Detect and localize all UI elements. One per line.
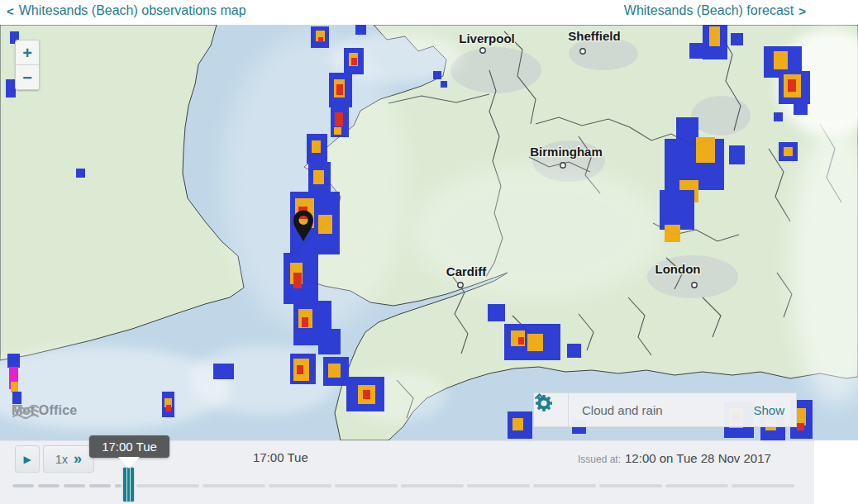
slider-tick [203, 484, 265, 487]
city-label-london: London [655, 262, 701, 276]
slider-tick [401, 484, 464, 487]
issued-at: Issued at: 12:00 on Tue 28 Nov 2017 [578, 451, 771, 465]
fast-forward-icon: » [74, 451, 82, 466]
observations-map-link[interactable]: < Whitesands (Beach) observations map [7, 3, 246, 18]
issued-at-value: 12:00 on Tue 28 Nov 2017 [625, 451, 771, 465]
speed-button[interactable]: 1x » [43, 445, 94, 473]
show-toggle-label: Show [753, 403, 784, 417]
layer-panel: Cloud and rain Show [533, 392, 797, 427]
play-button[interactable]: ▶ [15, 445, 40, 473]
zoom-out-button[interactable]: − [16, 65, 39, 89]
wave-logo-icon [12, 403, 41, 421]
map-graphic: Liverpool Sheffield Birmingham Cardiff L… [0, 25, 858, 440]
slider-tick [269, 484, 331, 487]
zoom-in-button[interactable]: + [16, 40, 39, 65]
slider-tick [467, 484, 530, 487]
city-label-birmingham: Birmingham [530, 145, 603, 159]
map-zoom-control: + − [15, 40, 40, 90]
page-header: < Whitesands (Beach) observations map Wh… [0, 0, 858, 25]
city-label-cardiff: Cardiff [446, 264, 487, 278]
slider-tick [732, 484, 794, 487]
slider-tick [115, 484, 122, 487]
chevron-up-icon [534, 393, 545, 400]
forecast-label: Whitesands (Beach) forecast [624, 3, 794, 18]
chevron-right-icon: > [798, 4, 806, 18]
play-icon: ▶ [23, 454, 31, 465]
slider-tick [136, 484, 199, 487]
slider-tick [335, 484, 398, 487]
forecast-link[interactable]: Whitesands (Beach) forecast > [624, 3, 806, 18]
slider-tick [665, 484, 728, 487]
slider-tick [599, 484, 662, 487]
issued-at-label: Issued at: [578, 454, 621, 465]
show-hide-toggle[interactable]: Show [753, 403, 796, 417]
slider-tick [533, 484, 596, 487]
layer-panel-title: Cloud and rain [569, 403, 753, 417]
city-label-liverpool: Liverpool [459, 31, 515, 45]
weather-map-canvas[interactable]: Liverpool Sheffield Birmingham Cardiff L… [0, 25, 858, 440]
chevron-left-icon: < [7, 4, 14, 18]
plus-icon: + [22, 45, 32, 61]
time-slider-handle[interactable] [123, 468, 134, 502]
met-office-attribution: Met Office [12, 403, 77, 418]
slider-tick [89, 484, 111, 487]
slider-tick [38, 484, 60, 487]
slider-tick [64, 484, 85, 487]
observations-map-label: Whitesands (Beach) observations map [19, 3, 246, 18]
city-label-sheffield: Sheffield [568, 29, 620, 43]
slider-tick [12, 484, 34, 487]
time-tooltip: 17:00 Tue [89, 435, 169, 458]
current-time-label: 17:00 Tue [253, 450, 308, 464]
speed-label: 1x [55, 453, 68, 466]
time-slider-track[interactable] [0, 482, 814, 492]
time-tooltip-caret [118, 457, 140, 468]
minus-icon: − [22, 69, 32, 86]
